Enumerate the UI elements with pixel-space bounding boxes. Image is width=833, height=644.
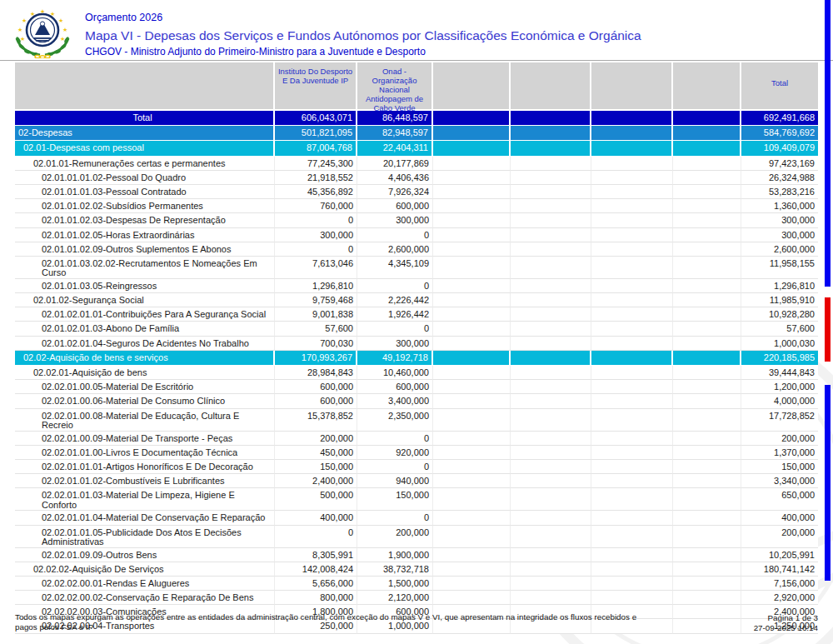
row-label: 02.02.01.00.06-Material De Consumo Clíni…	[15, 394, 275, 408]
cell-empty	[591, 126, 673, 140]
cell-empty	[433, 213, 511, 227]
cell-empty	[591, 511, 673, 525]
cell-empty	[591, 446, 673, 460]
cell-empty	[591, 199, 673, 213]
cell-value: 700,030	[275, 337, 357, 351]
cell-value: 0	[275, 526, 357, 548]
cell-total: 4,000,000	[741, 394, 818, 408]
cell-empty	[591, 474, 673, 488]
cell-total: 2,920,000	[741, 591, 818, 605]
cell-value: 170,993,267	[275, 351, 357, 365]
cell-empty	[433, 488, 511, 511]
cell-value: 800,000	[275, 591, 357, 605]
cell-empty	[511, 526, 591, 548]
table-row: 02.02.01.00.06-Material De Consumo Clíni…	[15, 394, 818, 408]
cell-value: 760,000	[275, 199, 357, 213]
cell-value: 15,378,852	[275, 409, 357, 432]
cell-empty	[673, 111, 741, 125]
table-row: 02.01.01-Remunerações certas e permanent…	[15, 157, 818, 171]
cell-value: 4,345,109	[357, 257, 433, 279]
cell-empty	[673, 213, 741, 227]
cell-value: 7,926,324	[357, 185, 433, 199]
cell-empty	[511, 199, 591, 213]
cell-value: 600,000	[357, 199, 433, 213]
cell-total: 57,600	[741, 322, 818, 336]
cell-value: 5,656,000	[275, 577, 357, 591]
row-label: 02.01.01.02.09-Outros Suplementos E Abon…	[15, 242, 275, 257]
table-row: 02.01.02.01.04-Seguros De Acidentes No T…	[15, 337, 818, 351]
table-row: 02.02.01.01.01-Artigos Honoríficos E De …	[15, 460, 818, 474]
cell-value: 920,000	[357, 446, 433, 460]
cell-empty	[511, 548, 591, 562]
cell-value: 200,000	[275, 432, 357, 446]
cell-value: 2,600,000	[357, 242, 433, 257]
cell-value: 82,948,597	[357, 126, 433, 140]
cell-total: 11,985,910	[741, 293, 818, 307]
cell-empty	[511, 257, 591, 279]
edge-bar-blue-top	[825, 0, 831, 287]
cell-empty	[673, 157, 741, 171]
table-row: Total606,043,07186,448,597692,491,668	[15, 111, 818, 126]
column-header-instituto: Instituto Do Desporto E Da Juventude IP	[275, 62, 357, 112]
cell-total: 109,409,079	[741, 141, 818, 155]
cell-empty	[511, 242, 591, 257]
cell-empty	[511, 460, 591, 474]
cell-empty	[673, 591, 741, 605]
table-row: 02.02.01.00.09-Material De Transporte - …	[15, 432, 818, 446]
table-row: 02.02.01-Aquisição de bens28,984,84310,4…	[15, 366, 818, 380]
page-indicator: Pagina 1 de 3	[754, 613, 818, 623]
cell-empty	[433, 307, 511, 322]
cell-value: 45,356,892	[275, 185, 357, 199]
cell-empty	[511, 213, 591, 227]
svg-text:★: ★	[62, 27, 67, 33]
table-row: 02.01.01.03.05-Reingressos1,296,81001,29…	[15, 279, 818, 293]
cell-empty	[433, 548, 511, 562]
cell-empty	[673, 526, 741, 548]
table-row: 02.01.01.01.02-Pessoal Do Quadro21,918,5…	[15, 171, 818, 185]
row-label: 02.02.02-Aquisição De Serviços	[15, 562, 275, 577]
timestamp: 27-09-2025 16:14	[754, 623, 818, 633]
cell-value: 1,500,000	[357, 577, 433, 591]
cell-empty	[433, 228, 511, 242]
cell-empty	[433, 577, 511, 591]
cell-empty	[433, 460, 511, 474]
cell-empty	[591, 257, 673, 279]
cell-value: 0	[357, 511, 433, 525]
cell-empty	[433, 511, 511, 525]
cell-total: 11,958,155	[741, 257, 818, 279]
budget-table: Instituto Do Desporto E Da Juventude IPO…	[15, 62, 818, 634]
cell-empty	[591, 351, 673, 365]
cell-empty	[673, 380, 741, 394]
cell-value: 0	[357, 432, 433, 446]
column-header-empty-1	[433, 62, 511, 112]
cell-value: 606,043,071	[275, 111, 357, 125]
cell-empty	[511, 228, 591, 242]
cell-empty	[433, 432, 511, 446]
table-row: 02.01.01.03.02.02-Recrutamentos E Nomeaç…	[15, 257, 818, 279]
cell-empty	[511, 141, 591, 155]
cell-empty	[511, 351, 591, 365]
cell-value: 0	[275, 213, 357, 227]
cell-total: 200,000	[741, 432, 818, 446]
row-label: 02.01-Despesas com pessoal	[15, 141, 275, 155]
cell-empty	[591, 307, 673, 322]
row-label: 02.02.01.00.09-Material De Transporte - …	[15, 432, 275, 446]
cell-empty	[433, 337, 511, 351]
cell-total: 10,928,280	[741, 307, 818, 322]
cell-empty	[511, 511, 591, 525]
table-row: 02.01.01.02.09-Outros Suplementos E Abon…	[15, 242, 818, 257]
table-row: 02.02.01.01.05-Publicidade Dos Atos E De…	[15, 526, 818, 548]
cell-empty	[433, 562, 511, 577]
cell-empty	[511, 293, 591, 307]
column-header-empty-3	[591, 62, 673, 112]
table-row: 02.02.01.01.03-Material De Limpeza, Higi…	[15, 488, 818, 511]
table-row: 02.02.02.00.01-Rendas E Alugueres5,656,0…	[15, 577, 818, 591]
cell-total: 1,296,810	[741, 279, 818, 293]
cell-empty	[673, 199, 741, 213]
row-label: 02.01.01.03.02.02-Recrutamentos E Nomeaç…	[15, 257, 275, 279]
cell-total: 584,769,692	[741, 126, 818, 140]
table-row: 02.02.01.01.02-Combustíveis E Lubrifican…	[15, 474, 818, 488]
cell-empty	[511, 380, 591, 394]
cell-value: 20,177,869	[357, 157, 433, 171]
row-label: 02.02.01.01.02-Combustíveis E Lubrifican…	[15, 474, 275, 488]
